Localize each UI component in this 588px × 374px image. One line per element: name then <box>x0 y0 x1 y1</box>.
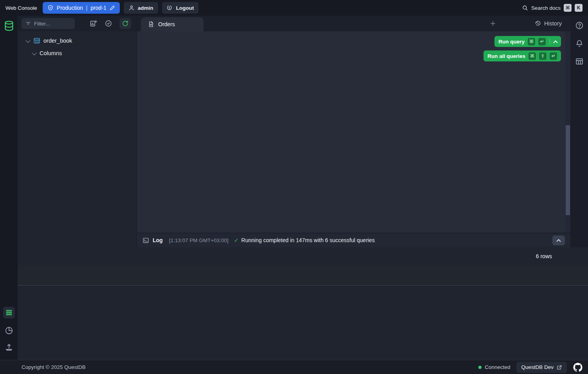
results-grid-view-button[interactable] <box>3 307 15 318</box>
document-icon <box>148 21 154 27</box>
run-all-queries-button[interactable]: Run all queries ⌘ ⇧ ↵ <box>483 50 561 61</box>
results-panel: 6 rows <box>18 247 588 360</box>
schema-toolbar <box>18 16 137 31</box>
new-tab-button[interactable] <box>489 20 496 27</box>
editor-scrollbar-thumb[interactable] <box>566 125 570 215</box>
logout-button[interactable]: Logout <box>162 2 199 14</box>
create-table-button[interactable] <box>90 20 97 27</box>
k-key: K <box>575 4 583 12</box>
chevron-down-icon[interactable] <box>32 50 37 55</box>
status-dot-icon <box>478 366 482 369</box>
user-name: admin <box>138 5 153 11</box>
enter-key: ↵ <box>538 38 546 45</box>
copyright-text: Copyright © 2025 QuestDB <box>22 364 86 370</box>
environment-name: Production <box>57 5 83 11</box>
history-clock-icon <box>535 20 541 27</box>
schema-tree: order_bookColumns <box>18 31 137 59</box>
shift-key: ⇧ <box>539 52 547 60</box>
chevron-down-icon[interactable] <box>25 38 31 43</box>
edit-pencil-icon[interactable] <box>110 5 115 11</box>
status-label: Connected <box>485 364 510 370</box>
sql-editor[interactable]: Run query ⌘ ↵ Run all queries ⌘ ⇧ ↵ <box>137 31 570 233</box>
build-info-button[interactable]: QuestDB Dev <box>516 362 567 373</box>
external-link-icon <box>557 365 562 370</box>
chevron-up-icon <box>556 239 561 243</box>
refresh-icon <box>122 20 129 27</box>
search-icon <box>522 5 528 11</box>
success-check-icon: ✓ <box>234 237 239 243</box>
log-title: Log <box>153 237 163 243</box>
search-docs-button[interactable]: Search docs ⌘ K <box>522 4 583 12</box>
chevron-up-icon[interactable] <box>553 40 557 45</box>
run-query-label: Run query <box>498 39 525 45</box>
history-label: History <box>544 20 562 27</box>
cmd-key: ⌘ <box>564 4 572 12</box>
environment-badge[interactable]: Production | prod-1 <box>43 2 120 14</box>
questdb-web-console: Web Console Production | prod-1 admin Lo… <box>0 0 588 374</box>
right-rail <box>570 16 588 247</box>
top-bar: Web Console Production | prod-1 admin Lo… <box>0 0 588 16</box>
badge-divider: | <box>86 5 88 11</box>
cmd-key: ⌘ <box>528 38 535 45</box>
shield-check-icon <box>47 5 54 11</box>
tree-item-label: Columns <box>40 50 62 56</box>
chart-view-button[interactable] <box>5 326 13 335</box>
editor-pane: Orders History Run query <box>137 16 570 247</box>
select-tables-button[interactable] <box>105 20 112 27</box>
tree-item-order_book[interactable]: order_book <box>18 34 137 47</box>
tab-orders[interactable]: Orders <box>141 17 204 31</box>
run-all-label: Run all queries <box>487 53 525 59</box>
enter-key: ↵ <box>550 52 557 60</box>
build-label: QuestDB Dev <box>521 364 554 370</box>
schema-filter-input[interactable] <box>34 21 67 27</box>
tree-item-label: order_book <box>43 38 72 44</box>
log-message: Running completed in 147ms with 6 succes… <box>241 237 375 243</box>
editor-scrollbar[interactable] <box>565 31 570 233</box>
results-toolbar: 6 rows <box>18 247 588 265</box>
log-timestamp: [1:13:07 PM GMT+03:00] <box>169 237 229 243</box>
schema-sidebar: order_bookColumns <box>18 16 137 247</box>
tree-item-columns[interactable]: Columns <box>18 47 137 59</box>
logout-icon <box>167 5 173 11</box>
log-bar: Log [1:13:07 PM GMT+03:00] ✓ Running com… <box>137 233 570 247</box>
user-button[interactable]: admin <box>124 2 158 14</box>
panel-layout-button[interactable] <box>575 57 584 66</box>
cmd-key: ⌘ <box>528 52 536 60</box>
button-divider <box>550 38 550 45</box>
results-grid-header <box>18 265 588 286</box>
run-query-button[interactable]: Run query ⌘ ↵ <box>494 36 561 47</box>
app-title: Web Console <box>5 5 37 11</box>
filter-icon <box>25 21 31 26</box>
connection-status: Connected <box>478 364 510 370</box>
terminal-icon <box>142 237 149 244</box>
questdb-logo-icon[interactable] <box>4 20 14 31</box>
grid-icon <box>5 309 13 316</box>
left-rail <box>0 16 18 360</box>
row-count: 6 rows <box>536 253 552 259</box>
notifications-button[interactable] <box>575 39 584 48</box>
user-icon <box>128 5 135 11</box>
logout-label: Logout <box>176 5 194 11</box>
instance-name: prod-1 <box>90 5 106 11</box>
help-button[interactable] <box>575 21 584 30</box>
collapse-log-button[interactable] <box>552 236 565 245</box>
run-controls: Run query ⌘ ↵ Run all queries ⌘ ⇧ ↵ <box>483 36 561 61</box>
github-icon[interactable] <box>573 363 583 372</box>
tab-label: Orders <box>158 21 175 27</box>
history-button[interactable]: History <box>535 20 562 27</box>
import-button[interactable] <box>5 343 13 351</box>
table-icon <box>33 37 40 44</box>
footer: Copyright © 2025 QuestDB Connected Quest… <box>0 360 588 374</box>
search-docs-label: Search docs <box>531 5 561 11</box>
refresh-schema-button[interactable] <box>119 18 131 29</box>
tab-bar: Orders History <box>137 16 570 31</box>
schema-filter[interactable] <box>22 18 75 29</box>
